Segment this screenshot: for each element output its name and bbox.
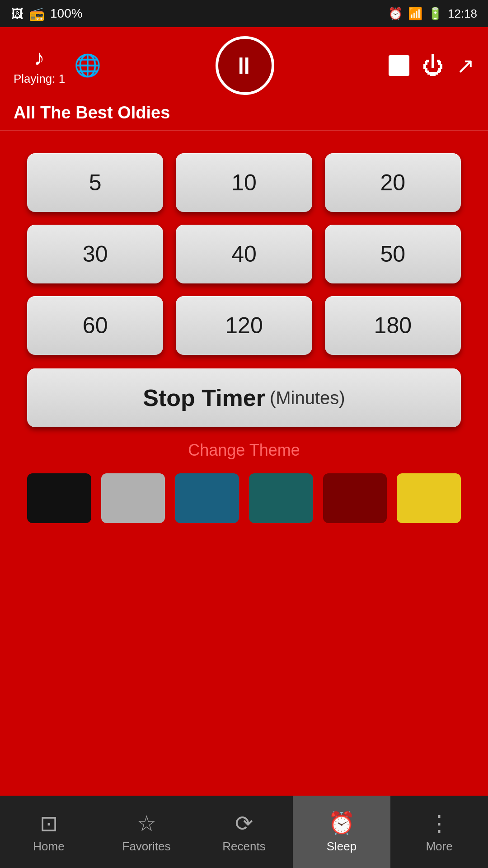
stop-timer-button[interactable]: Stop Timer (Minutes): [27, 368, 461, 427]
battery-icon: 🔋: [428, 7, 442, 21]
header-controls: ♪ Playing: 1 🌐 ⏸ ⏻ ↗: [14, 36, 474, 95]
stop-button[interactable]: [389, 55, 409, 76]
globe-icon[interactable]: 🌐: [74, 53, 101, 78]
theme-swatch-dark-red[interactable]: [323, 473, 387, 523]
nav-home-label: Home: [33, 840, 64, 854]
timer-btn-60[interactable]: 60: [27, 296, 163, 355]
favorites-icon: ☆: [137, 811, 156, 836]
header-left: ♪ Playing: 1: [14, 45, 65, 86]
nav-favorites[interactable]: ☆ Favorites: [98, 796, 195, 868]
nav-recents-label: Recents: [222, 840, 265, 854]
gallery-icon: 🖼: [11, 6, 23, 21]
wifi-icon: 📶: [408, 7, 422, 21]
nav-more-label: More: [426, 840, 452, 854]
timer-btn-20[interactable]: 20: [325, 153, 461, 212]
status-bar: 🖼 📻 100% ⏰ 📶 🔋 12:18: [0, 0, 488, 27]
recents-icon: ⟳: [235, 811, 253, 836]
sleep-icon: ⏰: [328, 811, 355, 836]
theme-swatch-teal[interactable]: [249, 473, 313, 523]
app-header: ♪ Playing: 1 🌐 ⏸ ⏻ ↗ All The Best Oldies: [0, 27, 488, 130]
timer-btn-5[interactable]: 5: [27, 153, 163, 212]
timer-btn-30[interactable]: 30: [27, 225, 163, 283]
timer-grid: 5 10 20 30 40 50 60 120 180: [27, 153, 461, 355]
more-icon: ⋮: [428, 811, 450, 836]
time-display: 12:18: [448, 7, 477, 21]
timer-btn-120[interactable]: 120: [176, 296, 312, 355]
signal-count: 100%: [50, 6, 83, 21]
nav-recents[interactable]: ⟳ Recents: [195, 796, 293, 868]
alarm-icon: ⏰: [388, 7, 403, 21]
status-bar-right: ⏰ 📶 🔋 12:18: [388, 7, 477, 21]
status-bar-left: 🖼 📻 100%: [11, 6, 83, 21]
bottom-nav: ⊡ Home ☆ Favorites ⟳ Recents ⏰ Sleep ⋮ M…: [0, 796, 488, 868]
pause-icon: ⏸: [232, 52, 258, 79]
nav-home[interactable]: ⊡ Home: [0, 796, 98, 868]
station-title: All The Best Oldies: [14, 103, 474, 123]
theme-swatch-blue[interactable]: [175, 473, 239, 523]
music-icon: ♪: [34, 45, 45, 70]
header-right: ⏻ ↗: [389, 53, 474, 78]
change-theme-label: Change Theme: [27, 441, 461, 460]
timer-btn-10[interactable]: 10: [176, 153, 312, 212]
main-content: 5 10 20 30 40 50 60 120 180 Stop Timer (…: [0, 131, 488, 796]
timer-btn-50[interactable]: 50: [325, 225, 461, 283]
share-icon[interactable]: ↗: [456, 53, 474, 78]
theme-swatch-gray[interactable]: [101, 473, 165, 523]
power-icon[interactable]: ⏻: [422, 53, 444, 78]
timer-btn-40[interactable]: 40: [176, 225, 312, 283]
stop-timer-label: Stop Timer: [143, 384, 265, 411]
stop-timer-sublabel: (Minutes): [270, 388, 345, 408]
pause-button[interactable]: ⏸: [216, 36, 274, 95]
playing-label: Playing: 1: [14, 72, 65, 86]
theme-swatch-yellow[interactable]: [397, 473, 461, 523]
nav-more[interactable]: ⋮ More: [390, 796, 488, 868]
nav-sleep[interactable]: ⏰ Sleep: [293, 796, 390, 868]
home-icon: ⊡: [40, 811, 58, 836]
radio-icon: 📻: [29, 6, 45, 21]
timer-btn-180[interactable]: 180: [325, 296, 461, 355]
theme-swatch-black[interactable]: [27, 473, 91, 523]
nav-sleep-label: Sleep: [327, 840, 357, 854]
theme-swatches: [27, 473, 461, 523]
nav-favorites-label: Favorites: [122, 840, 171, 854]
